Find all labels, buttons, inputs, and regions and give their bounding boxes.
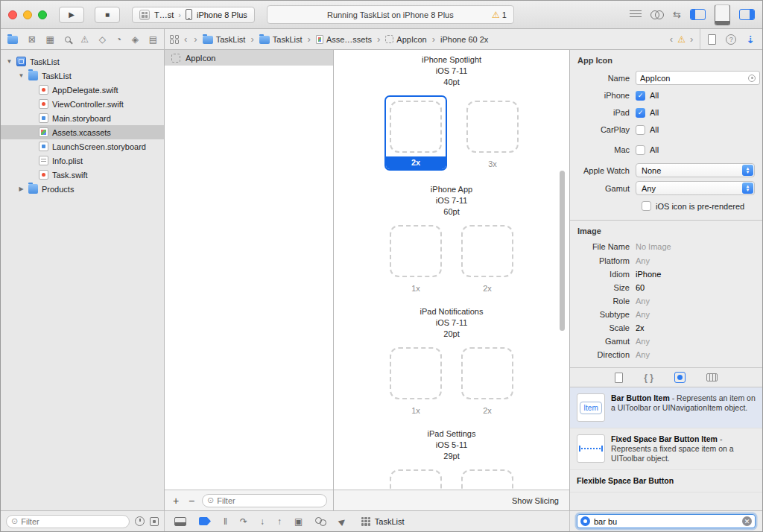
code-snippet-library-icon[interactable]: { } xyxy=(644,373,653,383)
icon-slot-1x[interactable]: 1x xyxy=(390,347,442,415)
clear-search-icon[interactable]: ✕ xyxy=(742,516,752,526)
related-items-icon[interactable] xyxy=(170,35,179,44)
test-navigator-icon[interactable]: ◇ xyxy=(99,35,106,44)
navigator-filter-input[interactable] xyxy=(21,517,124,526)
tree-item-task-swift[interactable]: Task.swift xyxy=(1,168,164,182)
tree-item-main-storyboard[interactable]: Main.storyboard xyxy=(1,111,164,125)
pause-icon[interactable]: ‖ xyxy=(224,517,227,526)
tree-item-group[interactable]: ▼ TaskList xyxy=(1,69,164,83)
assistant-editor-icon[interactable] xyxy=(650,10,664,19)
previous-issue-button[interactable]: ‹ xyxy=(668,34,674,45)
media-library-icon[interactable] xyxy=(706,373,718,381)
object-library-icon[interactable] xyxy=(674,372,686,383)
minimize-button[interactable] xyxy=(23,10,32,19)
tree-item-assets[interactable]: Assets.xcassets xyxy=(1,125,164,139)
scheme-selector[interactable]: T…st › iPhone 8 Plus xyxy=(132,7,255,23)
remove-asset-button[interactable]: − xyxy=(186,495,197,506)
step-over-icon[interactable]: ↷ xyxy=(240,517,247,526)
icon-slot-well[interactable] xyxy=(390,469,442,490)
tree-item-products[interactable]: ▶ Products xyxy=(1,182,164,196)
navigator-filter-field[interactable]: ⊙ xyxy=(6,515,130,528)
scrollbar-thumb[interactable] xyxy=(560,171,565,331)
breakpoint-navigator-icon[interactable]: ◈ xyxy=(132,35,139,44)
icon-slot-well[interactable] xyxy=(390,347,442,399)
add-asset-button[interactable]: + xyxy=(171,495,181,506)
editor-scroll-area[interactable]: iPhone Spotlight iOS 7-11 40pt 2x 3x xyxy=(334,50,569,490)
icon-slot-well[interactable] xyxy=(461,347,513,399)
debug-process-jump[interactable]: TaskList xyxy=(361,517,405,526)
apple-watch-popup[interactable]: None ▲▼ xyxy=(636,163,755,177)
library-search-field[interactable]: ✕ xyxy=(577,514,756,528)
disclosure-triangle-icon[interactable]: ▶ xyxy=(18,186,25,192)
name-input[interactable] xyxy=(640,74,746,83)
counterparts-doc-icon[interactable] xyxy=(708,34,716,45)
toggle-utilities-panel-button[interactable] xyxy=(739,9,755,20)
forward-button[interactable]: › xyxy=(192,34,198,45)
stop-button[interactable]: ■ xyxy=(95,7,120,23)
library-item-bar-button[interactable]: Item Bar Button Item - Represents an ite… xyxy=(570,387,762,428)
icon-slot-well[interactable] xyxy=(461,225,513,277)
find-navigator-icon[interactable] xyxy=(65,37,71,42)
icon-slot-2x[interactable] xyxy=(461,469,513,490)
breadcrumb-appicon[interactable]: AppIcon xyxy=(385,35,426,44)
step-into-icon[interactable]: ↓ xyxy=(260,517,265,526)
library-item-fixed-space[interactable]: Fixed Space Bar Button Item - Represents… xyxy=(570,428,762,470)
warning-badge[interactable]: ⚠ 1 xyxy=(492,10,507,19)
icon-slot-1x[interactable]: 1x xyxy=(390,225,442,293)
debug-view-hierarchy-icon[interactable]: ▣ xyxy=(294,517,303,526)
carplay-checkbox[interactable] xyxy=(636,125,645,135)
breadcrumb-slot[interactable]: iPhone 60 2x xyxy=(440,35,488,44)
debug-navigator-icon[interactable]: ◔ xyxy=(116,35,121,44)
scheme-device-label[interactable]: iPhone 8 Plus xyxy=(197,10,247,19)
icon-slot-2x[interactable]: 2x xyxy=(461,225,513,293)
standard-editor-icon[interactable] xyxy=(630,10,642,19)
show-slicing-button[interactable]: Show Slicing xyxy=(512,496,559,505)
recent-files-icon[interactable] xyxy=(135,516,145,526)
file-template-library-icon[interactable] xyxy=(615,373,623,383)
simulate-location-icon[interactable]: ▶ xyxy=(338,516,348,527)
library-item-flexible-space[interactable]: Flexible Space Bar Button xyxy=(570,470,762,493)
icon-slot-well[interactable] xyxy=(461,469,513,490)
breadcrumb-assets[interactable]: Asse…ssets xyxy=(316,35,372,44)
issue-navigator-icon[interactable]: ⚠ xyxy=(80,35,89,44)
tree-item-appdelegate[interactable]: AppDelegate.swift xyxy=(1,83,164,97)
help-icon[interactable]: ? xyxy=(726,34,736,45)
debug-memory-graph-icon[interactable] xyxy=(315,517,326,526)
toggle-navigator-panel-button[interactable] xyxy=(690,9,706,20)
gamut-popup[interactable]: Any ▲▼ xyxy=(636,181,755,195)
next-issue-button[interactable]: › xyxy=(688,34,694,45)
ipad-checkbox[interactable]: ✓ xyxy=(636,108,645,118)
library-search-input[interactable] xyxy=(594,517,738,526)
hide-debug-area-icon[interactable] xyxy=(174,517,186,526)
icon-slot-2x-selected[interactable]: 2x xyxy=(384,95,447,171)
iphone-checkbox[interactable]: ✓ xyxy=(636,91,645,101)
breakpoints-toggle-icon[interactable] xyxy=(199,517,211,525)
step-out-icon[interactable]: ↑ xyxy=(277,517,282,526)
icon-slot-3x[interactable]: 3x xyxy=(466,101,519,168)
breadcrumb-group[interactable]: TaskList xyxy=(259,34,303,44)
disclosure-triangle-icon[interactable]: ▼ xyxy=(6,58,13,65)
source-control-navigator-icon[interactable]: ⊠ xyxy=(28,35,36,44)
icon-slot-1x[interactable] xyxy=(390,469,442,490)
back-button[interactable]: ‹ xyxy=(183,34,189,45)
tree-item-infoplist[interactable]: Info.plist xyxy=(1,153,164,168)
toggle-debug-area-button[interactable] xyxy=(715,4,730,25)
close-button[interactable] xyxy=(8,10,17,19)
symbol-navigator-icon[interactable]: ▦ xyxy=(46,35,54,44)
prerendered-checkbox[interactable] xyxy=(642,201,651,211)
tree-item-viewcontroller[interactable]: ViewController.swift xyxy=(1,97,164,111)
zoom-button[interactable] xyxy=(38,10,47,19)
pull-down-icon[interactable]: ⇣ xyxy=(746,34,755,45)
mac-checkbox[interactable] xyxy=(636,145,645,155)
icon-slot-well[interactable] xyxy=(466,101,519,153)
breadcrumb-project[interactable]: TaskList xyxy=(203,34,246,44)
version-editor-icon[interactable]: ⇆ xyxy=(673,10,681,19)
asset-filter-input[interactable] xyxy=(217,496,322,505)
icon-slot-2x[interactable]: 2x xyxy=(461,347,513,415)
asset-filter-field[interactable]: ⊙ xyxy=(202,494,327,507)
project-navigator-icon[interactable] xyxy=(7,36,18,44)
icon-slot-well[interactable] xyxy=(390,101,442,153)
disclosure-triangle-icon[interactable]: ▼ xyxy=(18,72,25,79)
icon-slot-well[interactable] xyxy=(390,225,442,277)
scm-status-filter-icon[interactable] xyxy=(150,517,159,526)
